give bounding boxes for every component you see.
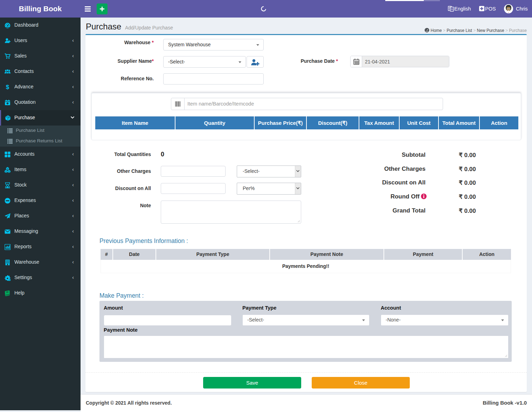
svg-text:A: A: [451, 7, 453, 11]
